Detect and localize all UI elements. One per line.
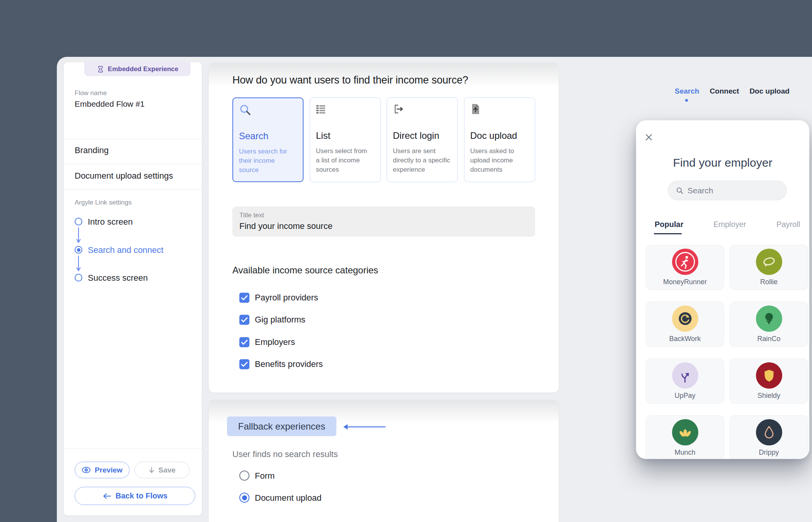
- employer-name: MoneyRunner: [646, 278, 724, 286]
- fallback-experiences-chip[interactable]: Fallback experiences: [227, 416, 336, 436]
- employer-tile-uppay[interactable]: UpPay: [646, 358, 724, 404]
- rollie-logo: [756, 249, 782, 275]
- employer-search-input[interactable]: Search: [668, 181, 787, 200]
- option-title: List: [316, 130, 330, 141]
- panel-heading: How do you want users to find their inco…: [232, 74, 468, 86]
- drippy-logo: [756, 419, 782, 445]
- option-title: Direct login: [393, 130, 439, 141]
- checkbox-label[interactable]: Benefits providers: [255, 359, 323, 369]
- back-arrow-icon: [102, 493, 112, 499]
- divider: [64, 164, 202, 164]
- tab-popular[interactable]: Popular: [655, 220, 683, 229]
- search-icon: [676, 187, 684, 194]
- option-desc: Users are sent directly to a specific ex…: [393, 147, 453, 174]
- checkbox-label[interactable]: Payroll providers: [255, 293, 318, 303]
- badge-label: Embedded Experience: [108, 65, 178, 73]
- option-card-doc-upload[interactable]: Doc upload Users asked to upload income …: [464, 97, 535, 182]
- link-preview-modal: Find your employer Search Popular Employ…: [636, 120, 809, 459]
- employer-name: UpPay: [646, 392, 724, 400]
- title-text-field[interactable]: Title text Find your income source: [232, 206, 535, 237]
- shieldy-logo: [756, 362, 782, 389]
- option-title: Search: [239, 131, 268, 142]
- preview-mode-tabs: Search Connect Doc upload: [675, 87, 790, 96]
- title-text-label: Title text: [239, 212, 264, 219]
- sidebar-item-document-upload-settings[interactable]: Document upload settings: [75, 171, 173, 181]
- list-icon: [316, 105, 326, 114]
- argyle-link-settings-label: Argyle Link settings: [75, 199, 131, 206]
- employer-name: Drippy: [730, 449, 808, 457]
- checkbox-label[interactable]: Employers: [255, 337, 295, 347]
- active-tab-underline: [654, 233, 682, 234]
- direct-login-icon: [393, 104, 404, 114]
- embedded-experience-badge: Embedded Experience: [84, 62, 191, 76]
- divider: [64, 139, 202, 139]
- step-radio-success[interactable]: [75, 274, 82, 281]
- step-search-and-connect[interactable]: Search and connect: [88, 245, 164, 255]
- checkbox-payroll-providers[interactable]: [239, 293, 249, 303]
- preview-button[interactable]: Preview: [75, 462, 130, 478]
- employer-tile-moneyrunner[interactable]: MoneyRunner: [646, 245, 724, 290]
- radio-label[interactable]: Document upload: [255, 493, 321, 503]
- employer-name: Munch: [646, 449, 724, 457]
- option-desc: Users select from a list of income sourc…: [316, 147, 371, 174]
- checkbox-gig-platforms[interactable]: [239, 315, 249, 325]
- employer-tile-munch[interactable]: Munch: [646, 415, 724, 459]
- flow-name-value[interactable]: Embedded Flow #1: [75, 99, 145, 109]
- radio-label[interactable]: Form: [255, 471, 275, 481]
- categories-heading: Available income source categories: [232, 265, 378, 276]
- search-settings-panel: How do you want users to find their inco…: [209, 63, 559, 392]
- divider: [64, 189, 202, 190]
- rainco-logo: [756, 305, 782, 332]
- tab-search[interactable]: Search: [675, 87, 699, 96]
- employer-tile-rollie[interactable]: Rollie: [730, 245, 808, 290]
- tab-connect[interactable]: Connect: [710, 87, 739, 96]
- option-card-search[interactable]: Search Users search for their income sou…: [232, 97, 304, 182]
- eye-icon: [82, 467, 91, 473]
- back-to-flows-label: Back to Flows: [116, 491, 167, 500]
- checkbox-employers[interactable]: [239, 337, 249, 347]
- radio-form[interactable]: [239, 471, 249, 481]
- search-icon: [239, 104, 252, 117]
- step-success-screen[interactable]: Success screen: [88, 273, 148, 283]
- save-button[interactable]: Save: [135, 462, 189, 478]
- employer-name: Rollie: [730, 278, 808, 286]
- desktop-background: Embedded Experience Flow name Embedded F…: [0, 0, 812, 522]
- sidebar-item-branding[interactable]: Branding: [75, 145, 109, 155]
- backwork-logo: [672, 305, 698, 332]
- tab-doc-upload[interactable]: Doc upload: [749, 87, 789, 96]
- fallback-chip-label: Fallback experiences: [238, 421, 325, 432]
- employer-tile-shieldy[interactable]: Shieldy: [730, 358, 808, 404]
- uppay-logo: [672, 362, 698, 389]
- close-icon[interactable]: [645, 133, 653, 142]
- step-arrow-icon: [76, 227, 81, 244]
- option-desc: Users asked to upload income documents: [470, 147, 525, 174]
- step-radio-intro[interactable]: [75, 218, 82, 225]
- employer-name: BackWork: [646, 335, 724, 343]
- moneyrunner-logo: [672, 249, 698, 275]
- annotation-arrow-icon: [341, 423, 387, 431]
- divider: [64, 449, 202, 449]
- tab-payroll[interactable]: Payroll: [776, 220, 800, 229]
- tab-employer[interactable]: Employer: [713, 220, 746, 229]
- back-to-flows-button[interactable]: Back to Flows: [75, 487, 195, 505]
- fallback-subtitle: User finds no search results: [232, 449, 338, 459]
- preview-label: Preview: [95, 466, 123, 474]
- checkbox-benefits-providers[interactable]: [239, 359, 249, 369]
- employer-tile-drippy[interactable]: Drippy: [730, 415, 808, 459]
- step-intro-screen[interactable]: Intro screen: [88, 217, 133, 227]
- active-tab-dot: [685, 99, 688, 102]
- search-placeholder: Search: [687, 186, 713, 195]
- flow-name-label: Flow name: [75, 89, 107, 97]
- option-title: Doc upload: [470, 130, 517, 141]
- employer-name: Shieldy: [730, 392, 808, 400]
- embed-icon: [97, 65, 104, 73]
- step-radio-search-connect[interactable]: [75, 246, 82, 254]
- employer-tile-rainco[interactable]: RainCo: [730, 302, 808, 347]
- option-card-direct-login[interactable]: Direct login Users are sent directly to …: [387, 97, 458, 182]
- doc-upload-icon: [471, 103, 481, 115]
- option-card-list[interactable]: List Users select from a list of income …: [310, 97, 381, 182]
- option-desc: Users search for their income source: [239, 147, 288, 175]
- checkbox-label[interactable]: Gig platforms: [255, 315, 305, 325]
- employer-tile-backwork[interactable]: BackWork: [646, 302, 724, 347]
- radio-document-upload[interactable]: [239, 493, 249, 503]
